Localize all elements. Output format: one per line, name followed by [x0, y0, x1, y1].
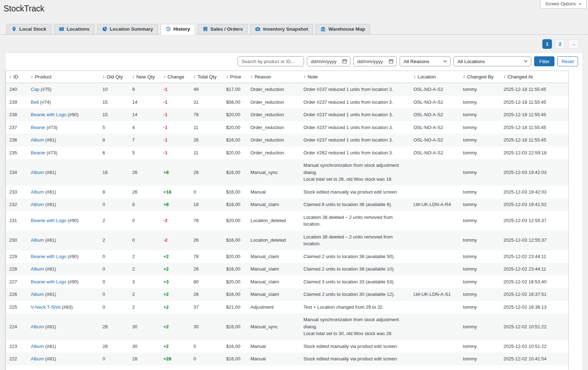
cell-new-qty: 26: [129, 159, 160, 186]
column-header-old-qty[interactable]: ▲▼Old Qty: [99, 71, 128, 83]
product-ref: (#81): [45, 170, 56, 175]
cell-reason: Location_deleted: [247, 231, 300, 250]
date-from-input[interactable]: dd/mm/yyyy: [307, 56, 350, 66]
cell-reason: Order_reduction: [247, 147, 300, 159]
product-link[interactable]: V-Neck T-Shirt: [31, 304, 61, 310]
cell-id: 238: [6, 108, 27, 121]
cell-price: $21,00: [223, 301, 247, 314]
column-header-product[interactable]: ▲▼Product: [27, 71, 99, 83]
cell-price: $56,00: [223, 96, 247, 109]
product-link[interactable]: Belt: [31, 99, 39, 105]
column-header-changed-at[interactable]: ▲▼Changed At: [500, 71, 568, 83]
cell-total-qty: 28: [190, 288, 222, 301]
cell-location: OSL-NO-A-S2: [410, 108, 460, 121]
cell-price: $16,00: [223, 313, 247, 340]
cell-product: Beanie with Logo (#90): [27, 108, 99, 121]
cell-old-qty: 8: [99, 186, 128, 199]
column-header-total-qty[interactable]: ▲▼Total Qty: [190, 71, 222, 83]
cell-product: Album (#81): [27, 186, 99, 199]
pagination: 1 2 →: [542, 39, 579, 49]
filter-button[interactable]: Filter: [534, 56, 554, 66]
product-link[interactable]: Album: [31, 344, 44, 349]
product-link[interactable]: Album: [31, 324, 44, 329]
cell-changed-by: tommy: [460, 211, 500, 231]
product-link[interactable]: Album: [31, 189, 44, 195]
cell-reason: Location_deleted: [247, 211, 300, 231]
product-ref: (#81): [45, 137, 56, 143]
cell-change: +8: [160, 159, 190, 186]
product-link[interactable]: Cap: [31, 87, 39, 92]
product-link[interactable]: Beanie with Logo: [31, 279, 66, 284]
product-link[interactable]: Beanie with Logo: [31, 254, 66, 259]
column-header-change[interactable]: ▲▼Change: [160, 71, 190, 83]
product-link[interactable]: Album: [31, 170, 44, 175]
cell-changed-at: 2025-12-02 10:41:54: [500, 353, 568, 365]
tab-local-stock[interactable]: Local Stock: [6, 24, 51, 34]
cell-id: 228: [6, 263, 27, 276]
search-input[interactable]: [238, 56, 304, 66]
tab-history[interactable]: History: [161, 24, 195, 35]
cell-change: +2: [160, 313, 190, 340]
product-link[interactable]: Glasses Bundle: [31, 369, 63, 370]
product-link[interactable]: Album: [31, 266, 44, 272]
product-link[interactable]: Beanie: [31, 150, 45, 155]
page-button-2[interactable]: 2: [555, 39, 565, 49]
column-header-new-qty[interactable]: ▲▼New Qty: [129, 71, 160, 83]
reset-button[interactable]: Reset: [557, 56, 578, 66]
product-link[interactable]: Album: [31, 292, 44, 297]
column-header-note[interactable]: ▲▼Note: [300, 71, 410, 83]
column-header-location[interactable]: ▲▼Location: [410, 71, 460, 83]
tab-location-summary[interactable]: Location Summary: [97, 24, 158, 34]
cell-changed-by: tommy: [460, 159, 500, 186]
product-link[interactable]: Album: [31, 137, 44, 143]
cell-change: +2: [160, 301, 190, 314]
page-button-1[interactable]: 1: [542, 39, 552, 49]
cell-changed-at: 2025-12-03 12:55:37: [500, 231, 568, 250]
next-page-button[interactable]: →: [568, 39, 579, 49]
cell-old-qty: 2: [99, 231, 128, 250]
cell-location: OSL-NO-A-S2: [410, 121, 460, 134]
history-clock-icon: [166, 26, 171, 32]
product-link[interactable]: Album: [31, 237, 44, 243]
screen-options-button[interactable]: Screen Options ▼: [540, 0, 587, 9]
cell-changed-by: tommy: [460, 301, 500, 314]
tab-label: Warehouse Map: [328, 26, 365, 32]
column-header-price[interactable]: ▲▼Price: [223, 71, 247, 83]
tab-inventory-snapshot[interactable]: Inventory Snapshot: [250, 24, 313, 34]
cell-location: [410, 313, 460, 340]
product-link[interactable]: Beanie with Logo: [31, 218, 66, 223]
cell-old-qty: 5: [99, 121, 128, 134]
sort-icon: ▲▼: [304, 75, 306, 79]
column-header-id[interactable]: ▲▼ID: [6, 71, 27, 83]
reason-select[interactable]: All Reasons: [400, 56, 451, 66]
cell-location: OSL-NO-A-S2: [410, 147, 460, 159]
product-ref: (#81): [45, 266, 56, 272]
cell-old-qty: 6: [99, 365, 128, 370]
tab-label: Sales / Orders: [211, 26, 243, 32]
cell-reason: Manual: [247, 186, 300, 199]
product-link[interactable]: Beanie: [31, 125, 45, 130]
tab-warehouse-map[interactable]: Warehouse Map: [315, 24, 370, 34]
cell-old-qty: 15: [99, 96, 128, 109]
tab-sales-orders[interactable]: Sales / Orders: [198, 24, 248, 34]
filter-bar: dd/mm/yyyy dd/mm/yyyy All Reasons All Lo…: [5, 53, 583, 70]
column-header-changed-by[interactable]: ▲▼Changed By: [460, 71, 500, 83]
table-row: 232 Album (#81) 0 8 +8 18 $16,00 Manual_…: [6, 198, 568, 211]
cell-note: Location 38 deleted – 2 units removed fr…: [300, 231, 410, 250]
cell-product: Album (#81): [27, 134, 99, 147]
location-select[interactable]: All Locations: [453, 56, 531, 66]
cell-price: $16,00: [223, 231, 247, 250]
date-to-input[interactable]: dd/mm/yyyy: [353, 56, 397, 66]
cell-total-qty: 26: [190, 159, 222, 186]
product-link[interactable]: Album: [31, 356, 44, 361]
cell-price: $16,00: [223, 353, 247, 365]
cell-total-qty: 11: [190, 147, 222, 159]
column-header-reason[interactable]: ▲▼Reason: [247, 71, 300, 83]
sort-icon: ▲▼: [503, 75, 506, 79]
storefront-icon: [203, 26, 208, 32]
product-link[interactable]: Beanie with Logo: [31, 112, 66, 117]
product-link[interactable]: Album: [31, 202, 44, 207]
cell-reason: Manual_sync: [247, 159, 300, 186]
bank-building-icon: [320, 26, 326, 32]
tab-locations[interactable]: Locations: [54, 24, 95, 34]
